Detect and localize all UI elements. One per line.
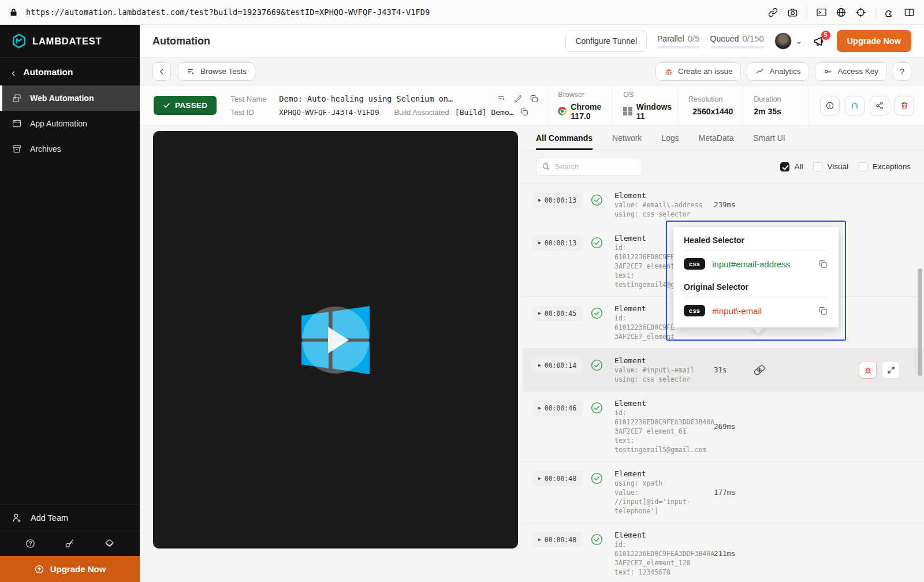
sidebar-item-app-automation[interactable]: App Automation (0, 111, 140, 136)
configure-tunnel-button[interactable]: Configure Tunnel (565, 31, 647, 52)
meta-label: Browser (558, 91, 602, 99)
analytics-button[interactable]: Analytics (747, 62, 809, 81)
build-label: Build Associated (394, 108, 449, 117)
filter-visual[interactable]: Visual (813, 162, 848, 171)
user-avatar[interactable] (774, 32, 792, 50)
filter-label: All (794, 162, 803, 171)
meta-value: 2560x1440 (692, 107, 733, 116)
key-icon[interactable] (64, 538, 75, 549)
row-timestamp[interactable]: ▶00:00:45 (532, 305, 583, 321)
healed-bandaid-icon[interactable] (752, 363, 767, 378)
chevron-down-icon[interactable]: ⌄ (795, 36, 803, 46)
divider (875, 6, 875, 18)
tab-logs[interactable]: Logs (661, 133, 679, 150)
tab-smart-ui[interactable]: Smart UI (753, 133, 785, 150)
row-timestamp[interactable]: ▶00:00:13 (532, 235, 583, 251)
layout-columns-icon[interactable] (904, 7, 915, 18)
globe-icon[interactable] (836, 7, 847, 18)
edit-pencil-icon[interactable] (513, 94, 523, 103)
parallel-progress-bar (657, 46, 700, 48)
browse-tests-icon (187, 67, 196, 76)
info-button[interactable] (820, 96, 840, 115)
tab-metadata[interactable]: MetaData (699, 133, 734, 150)
filter-all[interactable]: All (780, 162, 803, 171)
url-text[interactable]: https://automation.lambdatest.com/test?b… (26, 8, 430, 17)
terminal-icon[interactable] (816, 7, 827, 18)
help-button[interactable]: ? (893, 62, 911, 81)
success-check-icon (591, 534, 603, 546)
announcements-button[interactable]: 5 (813, 35, 826, 48)
integrations-icon[interactable] (104, 538, 115, 549)
row-timestamp[interactable]: ▶00:00:14 (532, 357, 583, 373)
row-timestamp[interactable]: ▶00:00:48 (532, 532, 583, 547)
tab-all-commands[interactable]: All Commands (536, 133, 593, 150)
sidebar-item-archives[interactable]: Archives (0, 136, 140, 162)
play-button[interactable] (302, 307, 369, 374)
back-chevron-icon[interactable]: ‹ (12, 67, 15, 78)
expand-button[interactable] (882, 361, 900, 379)
checkbox-exceptions[interactable] (859, 162, 868, 171)
play-triangle-icon: ▶ (538, 197, 541, 203)
command-row[interactable]: ▶00:00:46Elementid:61012236ED0C9FEA3DDF3… (523, 391, 924, 462)
filter-exceptions[interactable]: Exceptions (859, 162, 911, 171)
upgrade-now-button[interactable]: Upgrade Now (837, 30, 911, 52)
share-button[interactable] (870, 96, 889, 115)
help-glyph: ? (900, 66, 904, 76)
sidebar: LAMBDATEST ‹ Automation Web Automation A… (0, 25, 140, 582)
camera-icon[interactable] (787, 7, 798, 18)
debug-bug-button[interactable] (859, 361, 877, 379)
extension-puzzle-icon[interactable] (884, 7, 895, 18)
copy-icon (818, 306, 828, 316)
test-info-strip: PASSED Test Name Demo: Auto-healing usin… (140, 85, 924, 125)
queue-icon[interactable] (497, 94, 506, 103)
command-title: Element (614, 398, 714, 408)
link-icon[interactable] (767, 7, 778, 18)
copy-icon[interactable] (530, 94, 539, 103)
parallel-value: 0/5 (688, 33, 700, 43)
meta-os: OS Windows 11 (612, 86, 677, 125)
back-button[interactable] (152, 62, 171, 81)
archives-icon (12, 144, 22, 154)
brand-logo[interactable]: LAMBDATEST (0, 25, 140, 58)
command-row[interactable]: ▶00:00:13Elementvalue: #email\-addressus… (523, 184, 924, 226)
help-icon[interactable] (25, 538, 36, 549)
row-timestamp[interactable]: ▶00:00:13 (532, 192, 583, 208)
command-title: Element (614, 469, 714, 479)
command-row[interactable]: ▶00:00:14Elementvalue: #input\-emailusin… (523, 349, 924, 391)
tab-network[interactable]: Network (612, 133, 642, 150)
scrollbar-thumb[interactable] (918, 268, 922, 376)
tunnel-button[interactable] (845, 96, 865, 115)
meta-value: Chrome 117.0 (571, 102, 602, 121)
bug-icon (664, 67, 673, 76)
add-team-button[interactable]: Add Team (0, 504, 140, 531)
sidebar-upgrade-button[interactable]: Upgrade Now (0, 556, 140, 582)
search-input[interactable] (536, 158, 642, 176)
test-name-value: Demo: Auto-healing using Selenium on… (279, 94, 453, 103)
main-area: Automation Configure Tunnel Parallel0/5 … (140, 25, 924, 582)
access-key-button[interactable]: Access Key (815, 62, 887, 81)
sidebar-section-header[interactable]: ‹ Automation (0, 59, 140, 85)
meta-label: Duration (754, 95, 798, 103)
sidebar-item-web-automation[interactable]: Web Automation (0, 85, 140, 111)
command-line: value: #email\-address (614, 200, 714, 210)
row-timestamp[interactable]: ▶00:00:46 (532, 400, 583, 416)
crosshair-icon[interactable] (855, 7, 866, 18)
command-line: 61012236ED0C9FEA3DDF3B40A (614, 417, 714, 427)
filter-label: Exceptions (873, 162, 911, 171)
checkbox-visual[interactable] (813, 162, 822, 171)
video-player[interactable] (153, 131, 518, 549)
meta-value: Windows 11 (636, 102, 672, 121)
create-issue-button[interactable]: Create an issue (655, 62, 742, 81)
delete-button[interactable] (895, 96, 914, 115)
browse-tests-button[interactable]: Browse Tests (178, 62, 255, 81)
page: https://automation.lambdatest.com/test?b… (0, 0, 924, 582)
access-key-label: Access Key (837, 67, 878, 76)
row-timestamp[interactable]: ▶00:00:48 (532, 471, 583, 486)
command-row[interactable]: ▶00:00:48Elementid:61012236ED0C9FEA3DDF3… (523, 523, 924, 582)
command-row[interactable]: ▶00:00:48Elementusing: xpathvalue://inpu… (523, 462, 924, 523)
copy-healed-selector-button[interactable] (818, 259, 828, 269)
checkbox-all[interactable] (780, 162, 789, 171)
copy-original-selector-button[interactable] (818, 306, 828, 316)
command-detail: Elementusing: xpathvalue://input[@id='in… (614, 469, 714, 516)
copy-build-button[interactable] (520, 107, 529, 117)
